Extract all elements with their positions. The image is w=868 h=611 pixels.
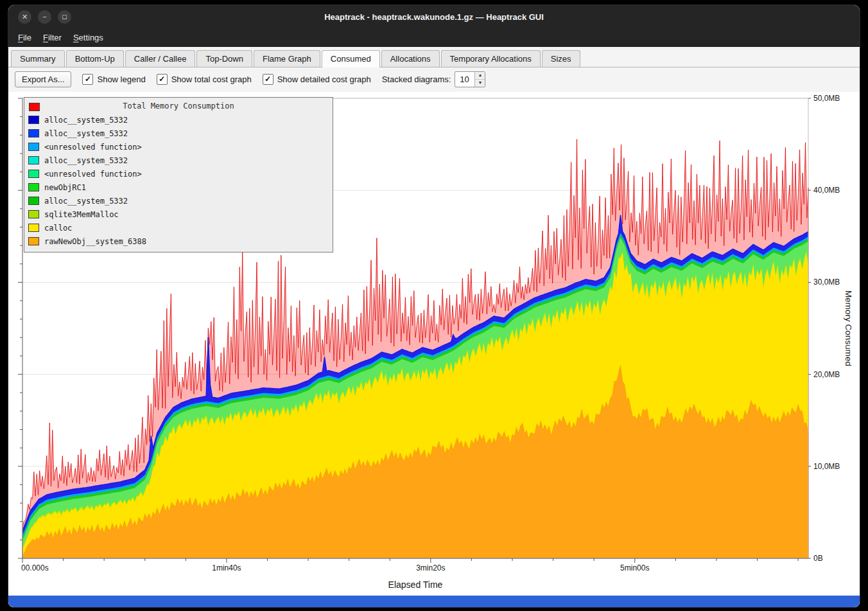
- checkbox-box[interactable]: ✓: [157, 74, 168, 85]
- x-tick-label: 3min20s: [416, 563, 445, 572]
- bottom-bar: [8, 596, 860, 607]
- legend-swatch: [28, 156, 39, 164]
- checkbox-label: Show legend: [97, 75, 145, 84]
- legend-entry: alloc__system_5332: [28, 127, 329, 140]
- consumed-chart-area[interactable]: 0B10,0MB20,0MB30,0MB40,0MB50,0MB00.000s1…: [8, 92, 860, 597]
- stacked-diagrams-label: Stacked diagrams:: [382, 75, 451, 84]
- y-tick-label: 0B: [813, 554, 823, 563]
- menu-filter[interactable]: Filter: [37, 30, 67, 45]
- tab-summary[interactable]: Summary: [11, 50, 65, 67]
- tab-allocations[interactable]: Allocations: [381, 50, 440, 67]
- y-axis-title: Memory Consumed: [844, 290, 853, 366]
- stacked-diagrams-spinbox[interactable]: 10 ▲ ▼: [455, 71, 485, 87]
- stacked-diagrams-value[interactable]: 10: [455, 72, 474, 87]
- legend-label: <unresolved function>: [44, 143, 142, 152]
- menu-bar: FileFilterSettings: [8, 29, 860, 47]
- check-icon: ✓: [85, 75, 91, 83]
- y-tick-label: 20,0MB: [813, 370, 840, 379]
- x-axis-title: Elapsed Time: [388, 580, 443, 590]
- legend-entry: <unresolved function>: [28, 140, 329, 154]
- menu-settings[interactable]: Settings: [67, 30, 109, 45]
- y-tick-label: 30,0MB: [813, 278, 840, 287]
- legend-title-row: Total Memory Consumption: [28, 100, 329, 113]
- legend-swatch: [28, 170, 39, 178]
- checkbox-box[interactable]: ✓: [263, 74, 273, 85]
- legend-swatch: [28, 210, 39, 218]
- legend-swatch: [28, 143, 39, 151]
- legend-label: alloc__system_5332: [44, 116, 128, 125]
- legend-label: newObjRC1: [44, 183, 86, 192]
- tab-bottom-up[interactable]: Bottom-Up: [66, 50, 124, 67]
- y-tick-label: 40,0MB: [813, 186, 840, 195]
- checkbox-show-total-cost-graph[interactable]: ✓Show total cost graph: [157, 74, 252, 85]
- legend-swatch: [28, 197, 39, 205]
- legend-swatch: [28, 183, 39, 191]
- title-bar[interactable]: ✕−◻ Heaptrack - heaptrack.wakunode.1.gz …: [8, 5, 860, 29]
- y-tick-label: 50,0MB: [813, 94, 840, 103]
- tab-temporary-allocations[interactable]: Temporary Allocations: [441, 50, 541, 67]
- legend-label: sqlite3MemMalloc: [44, 210, 119, 219]
- toolbar: Export As... ✓Show legend✓Show total cos…: [8, 67, 860, 92]
- legend-label: alloc__system_5332: [44, 129, 128, 138]
- legend-entry: alloc__system_5332: [28, 113, 329, 127]
- legend-swatch: [28, 129, 39, 137]
- legend-entry: newObjRC1: [28, 181, 329, 194]
- legend-title-swatch: [29, 103, 40, 111]
- legend-label: alloc__system_5332: [44, 197, 128, 206]
- tab-caller-callee[interactable]: Caller / Callee: [125, 50, 196, 67]
- legend-entry: rawNewObj__system_6388: [28, 235, 329, 248]
- menu-file[interactable]: File: [12, 30, 37, 45]
- chart-legend: Total Memory Consumption alloc__system_5…: [24, 97, 333, 252]
- export-as-button[interactable]: Export As...: [15, 71, 71, 87]
- legend-swatch: [28, 116, 39, 124]
- checkbox-label: Show detailed cost graph: [277, 75, 371, 84]
- tab-consumed[interactable]: Consumed: [322, 50, 380, 67]
- legend-label: rawNewObj__system_6388: [44, 237, 146, 246]
- minimize-button[interactable]: −: [38, 10, 51, 24]
- close-button[interactable]: ✕: [18, 10, 31, 24]
- tab-bar: SummaryBottom-UpCaller / CalleeTop-DownF…: [8, 47, 860, 67]
- checkbox-show-detailed-cost-graph[interactable]: ✓Show detailed cost graph: [263, 74, 371, 85]
- checkbox-box[interactable]: ✓: [82, 74, 93, 85]
- x-tick-label: 1min40s: [212, 563, 241, 572]
- legend-title: Total Memory Consumption: [123, 102, 234, 111]
- tab-top-down[interactable]: Top-Down: [196, 50, 252, 67]
- maximize-button[interactable]: ◻: [58, 10, 71, 24]
- y-tick-label: 10,0MB: [813, 462, 840, 471]
- stacked-diagrams-control: Stacked diagrams: 10 ▲ ▼: [382, 71, 486, 87]
- window-title: Heaptrack - heaptrack.wakunode.1.gz — He…: [324, 12, 544, 22]
- checkbox-label: Show total cost graph: [171, 75, 252, 84]
- legend-rows: alloc__system_5332alloc__system_5332<unr…: [28, 113, 329, 248]
- legend-label: alloc__system_5332: [44, 156, 128, 165]
- check-icon: ✓: [265, 75, 271, 83]
- legend-entry: sqlite3MemMalloc: [28, 208, 329, 221]
- checkbox-show-legend[interactable]: ✓Show legend: [82, 74, 145, 85]
- legend-entry: <unresolved function>: [28, 167, 329, 181]
- checkbox-group: ✓Show legend✓Show total cost graph✓Show …: [82, 74, 370, 85]
- legend-entry: alloc__system_5332: [28, 194, 329, 208]
- x-tick-label: 00.000s: [21, 563, 49, 572]
- spinner-buttons: ▲ ▼: [474, 72, 485, 87]
- x-tick-label: 5min00s: [620, 563, 649, 572]
- legend-label: calloc: [44, 224, 72, 233]
- tab-flame-graph[interactable]: Flame Graph: [254, 50, 320, 67]
- legend-swatch: [28, 237, 39, 245]
- legend-entry: calloc: [28, 221, 329, 235]
- tab-sizes[interactable]: Sizes: [542, 50, 580, 67]
- spin-up-icon[interactable]: ▲: [475, 72, 485, 80]
- legend-swatch: [28, 224, 39, 232]
- legend-entry: alloc__system_5332: [28, 154, 329, 167]
- heaptrack-window: ✕−◻ Heaptrack - heaptrack.wakunode.1.gz …: [8, 5, 860, 607]
- legend-label: <unresolved function>: [44, 170, 142, 179]
- spin-down-icon[interactable]: ▼: [475, 80, 485, 87]
- check-icon: ✓: [159, 75, 165, 83]
- window-controls: ✕−◻: [18, 10, 71, 24]
